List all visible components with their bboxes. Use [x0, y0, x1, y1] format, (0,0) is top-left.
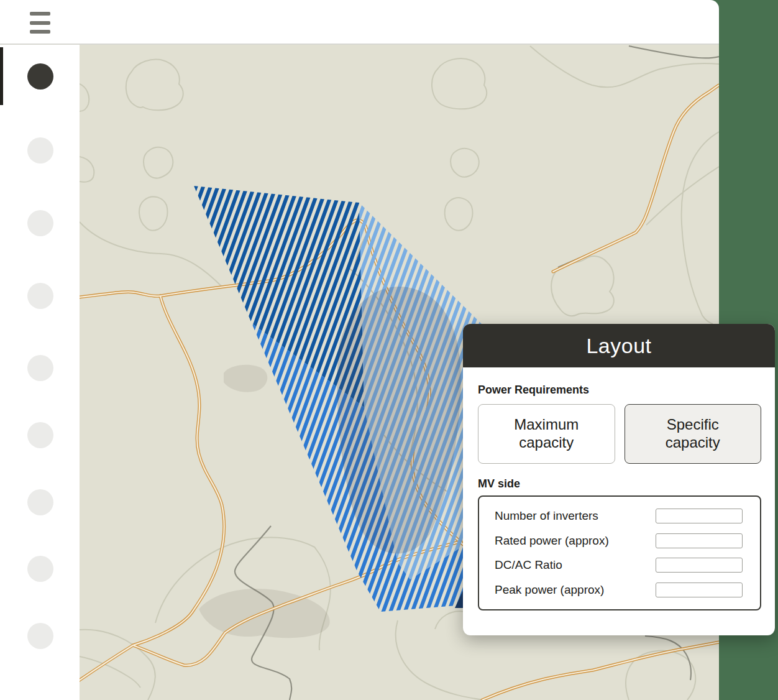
peak-power-input[interactable]: [656, 583, 743, 597]
sidebar-item-1[interactable]: [27, 63, 53, 90]
mv-side-label: MV side: [478, 477, 761, 490]
layout-panel: Layout Power Requirements Maximum capaci…: [463, 324, 775, 635]
field-row-rated-power: Rated power (approx): [495, 533, 743, 548]
field-label: Number of inverters: [495, 509, 598, 523]
screenshot-root: Layout Power Requirements Maximum capaci…: [0, 0, 778, 700]
power-requirements-label: Power Requirements: [478, 384, 761, 397]
top-bar: [0, 0, 719, 45]
panel-title: Layout: [586, 334, 651, 358]
sidebar-item-2[interactable]: [27, 137, 53, 163]
field-label: Peak power (approx): [495, 583, 604, 597]
sidebar-item-4[interactable]: [27, 283, 53, 309]
number-of-inverters-input[interactable]: [656, 509, 743, 523]
hamburger-bar: [30, 12, 50, 16]
sidebar-item-7[interactable]: [27, 489, 53, 515]
maximum-capacity-button[interactable]: Maximum capacity: [478, 404, 615, 464]
sidebar-item-6[interactable]: [27, 422, 53, 448]
sidebar-item-3[interactable]: [27, 210, 53, 236]
field-row-number-of-inverters: Number of inverters: [495, 509, 743, 523]
specific-capacity-button[interactable]: Specific capacity: [625, 404, 762, 464]
rated-power-input[interactable]: [656, 533, 743, 548]
dc-ac-ratio-input[interactable]: [656, 558, 743, 573]
mv-side-fields-box: Number of inverters Rated power (approx)…: [478, 495, 761, 610]
layout-panel-header: Layout: [463, 324, 775, 367]
power-requirements-options: Maximum capacity Specific capacity: [478, 404, 761, 464]
field-row-peak-power: Peak power (approx): [495, 583, 743, 597]
layout-panel-body: Power Requirements Maximum capacity Spec…: [463, 367, 775, 610]
hamburger-icon[interactable]: [30, 12, 50, 34]
active-item-indicator: [0, 47, 3, 105]
field-row-dc-ac-ratio: DC/AC Ratio: [495, 558, 743, 573]
field-label: DC/AC Ratio: [495, 558, 562, 572]
sidebar-item-9[interactable]: [27, 623, 53, 649]
hamburger-bar: [30, 21, 50, 25]
hamburger-bar: [30, 30, 50, 34]
sidebar-item-8[interactable]: [27, 556, 53, 582]
sidebar: [0, 45, 80, 700]
sidebar-item-5[interactable]: [27, 355, 53, 381]
field-label: Rated power (approx): [495, 534, 609, 548]
